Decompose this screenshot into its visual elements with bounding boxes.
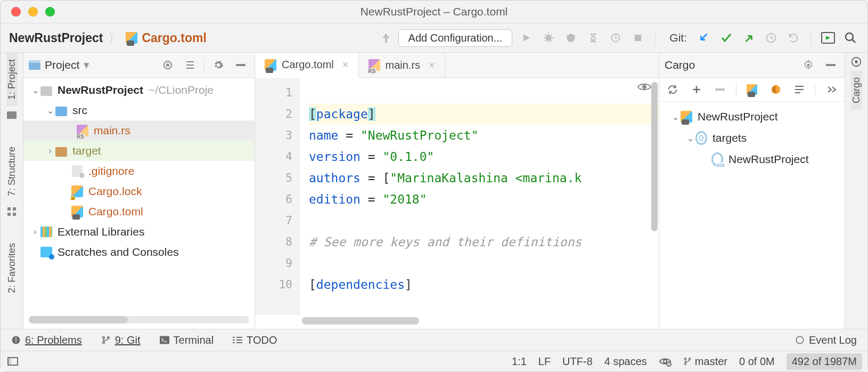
tool-tab-structure[interactable]: 7: Structure — [6, 140, 18, 203]
expand-all-button[interactable] — [182, 56, 199, 74]
tree-file-main-rs[interactable]: main.rs — [23, 120, 255, 141]
tree-folder-target[interactable]: › target — [23, 141, 255, 161]
close-tab-icon[interactable]: × — [425, 59, 435, 71]
locate-button[interactable] — [159, 56, 176, 74]
breadcrumb-root[interactable]: NewRustProject — [9, 31, 103, 45]
status-indent[interactable]: 4 spaces — [604, 355, 647, 368]
add-configuration-button[interactable]: Add Configuration... — [398, 29, 513, 47]
cargo-hide-button[interactable] — [822, 56, 839, 74]
close-tab-icon[interactable]: × — [339, 59, 349, 71]
cargo-refresh-button[interactable] — [665, 81, 681, 98]
chevron-down-icon[interactable]: ⌄ — [45, 106, 55, 116]
tree-scratches[interactable]: Scratches and Consoles — [23, 242, 255, 262]
editor-tab-cargo-toml[interactable]: Cargo.toml × — [255, 53, 359, 78]
project-horizontal-scrollbar[interactable] — [29, 316, 249, 324]
build-button[interactable] — [376, 29, 393, 46]
breadcrumbs[interactable]: NewRustProject 〉 Cargo.toml — [9, 30, 207, 46]
tree-file-gitignore[interactable]: .gitignore — [23, 161, 255, 181]
status-line-separator[interactable]: LF — [538, 355, 551, 368]
tool-tab-cargo[interactable]: Cargo — [851, 71, 862, 110]
tool-tab-project[interactable]: 1: Project — [6, 53, 18, 106]
cargo-project-node[interactable]: ⌄ NewRustProject — [664, 106, 840, 127]
editor-tab-main-rs[interactable]: main.rs × — [359, 53, 445, 77]
list-icon — [233, 336, 242, 344]
git-pull-button[interactable] — [695, 29, 713, 46]
cargo-tree[interactable]: ⌄ NewRustProject ⌄ targets NewRustProjec… — [659, 102, 845, 174]
tree-external-libraries[interactable]: › External Libraries — [23, 222, 255, 242]
git-revert-button[interactable] — [785, 29, 802, 46]
code-token: package — [316, 107, 368, 121]
profile-button[interactable] — [585, 29, 602, 46]
panel-hide-button[interactable] — [232, 56, 249, 74]
gutter-line: 7 — [255, 210, 292, 231]
tree-file-cargo-lock[interactable]: Cargo.lock — [23, 181, 255, 201]
status-background-tasks[interactable]: 0 of 0M — [739, 355, 775, 368]
tool-tab-terminal[interactable]: Terminal — [160, 334, 214, 346]
panel-settings-button[interactable] — [210, 56, 227, 74]
project-tree[interactable]: ⌄ NewRustProject ~/CLionProje ⌄ src main… — [23, 78, 255, 313]
coverage-button[interactable] — [562, 29, 579, 46]
editor-horizontal-scrollbar[interactable] — [302, 317, 419, 325]
cargo-features-button[interactable] — [767, 81, 784, 98]
run-anything-button[interactable] — [820, 29, 837, 46]
reader-mode-icon[interactable] — [637, 82, 651, 92]
cargo-targets-node[interactable]: ⌄ targets — [664, 127, 840, 149]
status-git-branch[interactable]: master — [683, 355, 727, 368]
tool-tab-todo[interactable]: TODO — [233, 334, 277, 346]
run-button[interactable] — [518, 29, 535, 46]
cargo-add-button[interactable] — [689, 81, 705, 98]
tool-tab-problems[interactable]: 6: Problems — [11, 334, 82, 346]
cargo-binary-node[interactable]: NewRustProject — [664, 149, 840, 170]
tree-external-libraries-label: External Libraries — [58, 225, 144, 238]
tree-file-gitignore-label: .gitignore — [88, 165, 134, 177]
window-zoom-icon[interactable] — [45, 7, 55, 17]
status-encoding[interactable]: UTF-8 — [562, 355, 593, 368]
status-memory[interactable]: 492 of 1987M — [787, 353, 862, 370]
svg-rect-2 — [635, 35, 641, 41]
cargo-expand-button[interactable] — [791, 81, 808, 98]
editor-content[interactable]: [package] name = "NewRustProject" versio… — [299, 78, 659, 315]
tree-folder-src[interactable]: ⌄ src — [23, 100, 255, 120]
tool-tab-event-log[interactable]: Event Log — [795, 334, 857, 346]
breadcrumb-file[interactable]: Cargo.toml — [126, 31, 206, 45]
chevron-down-icon[interactable]: ⌄ — [685, 133, 695, 143]
svg-point-22 — [855, 60, 858, 63]
code-editor[interactable]: 1 2 3 4 5 6 7 8 9 10 [package] name = "N… — [255, 78, 659, 315]
chevron-down-icon[interactable]: ⌄ — [30, 85, 40, 95]
cargo-panel: Cargo ⌄ New — [659, 53, 845, 329]
window-minimize-icon[interactable] — [28, 7, 38, 17]
project-panel-title: Project — [45, 59, 79, 71]
git-commit-button[interactable] — [718, 29, 735, 46]
search-everywhere-button[interactable] — [842, 29, 859, 46]
cargo-more-button[interactable] — [823, 81, 839, 98]
git-push-button[interactable] — [740, 29, 757, 46]
chevron-right-icon[interactable]: › — [45, 146, 55, 156]
cargo-toolchain-button[interactable] — [744, 81, 760, 98]
code-token: authors — [309, 171, 361, 185]
stop-button[interactable] — [629, 29, 646, 46]
project-view-selector[interactable]: Project ▾ — [29, 59, 89, 71]
tool-windows-toggle-button[interactable] — [6, 353, 20, 370]
tool-tab-git[interactable]: 9: Git — [101, 334, 141, 346]
rust-icon — [850, 56, 862, 68]
status-inspections-icon[interactable] — [659, 356, 672, 367]
folder-icon — [55, 107, 67, 116]
editor-gutter[interactable]: 1 2 3 4 5 6 7 8 9 10 — [255, 78, 299, 315]
tool-tab-favorites[interactable]: 2: Favorites — [6, 237, 18, 300]
attach-button[interactable] — [607, 29, 624, 46]
chevron-down-icon[interactable]: ⌄ — [670, 112, 681, 122]
chevron-right-icon[interactable]: › — [30, 227, 40, 237]
window-close-icon[interactable] — [11, 7, 21, 17]
status-caret[interactable]: 1:1 — [512, 355, 527, 368]
tool-tab-terminal-label: Terminal — [174, 334, 214, 346]
cargo-settings-button[interactable] — [800, 56, 817, 74]
svg-rect-24 — [15, 338, 17, 341]
cargo-remove-button[interactable] — [712, 81, 728, 98]
git-history-button[interactable] — [763, 29, 780, 46]
tree-root[interactable]: ⌄ NewRustProject ~/CLionProje — [23, 80, 255, 100]
toolbar-separator — [815, 83, 815, 96]
svg-rect-19 — [715, 88, 725, 91]
editor-vertical-scrollbar[interactable] — [651, 82, 658, 231]
debug-button[interactable] — [540, 29, 557, 46]
tree-file-cargo-toml[interactable]: Cargo.toml — [23, 201, 255, 222]
